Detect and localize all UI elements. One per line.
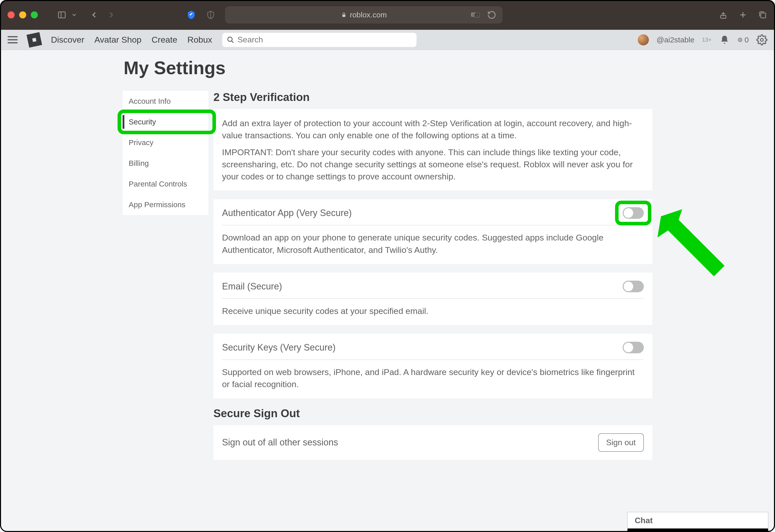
- settings-gear-icon[interactable]: [756, 34, 767, 45]
- close-window[interactable]: [8, 11, 15, 18]
- nav-avatar-shop[interactable]: Avatar Shop: [94, 35, 141, 45]
- reload-icon[interactable]: [487, 10, 497, 20]
- svg-marker-17: [657, 209, 725, 277]
- email-desc: Receive unique security codes at your sp…: [222, 305, 644, 317]
- svg-marker-14: [738, 38, 742, 42]
- signout-button[interactable]: Sign out: [598, 433, 644, 452]
- svg-rect-11: [761, 13, 766, 18]
- robux-count: 0: [744, 36, 749, 44]
- svg-rect-0: [59, 12, 65, 18]
- sidebar-item-label: Parental Controls: [129, 180, 187, 188]
- svg-marker-15: [739, 39, 741, 41]
- svg-rect-3: [342, 15, 345, 17]
- auth-app-desc: Download an app on your phone to generat…: [222, 231, 644, 256]
- sidebar-item-app-permissions[interactable]: App Permissions: [123, 194, 208, 215]
- keys-title: Security Keys (Very Secure): [222, 342, 335, 353]
- search-input[interactable]: [237, 35, 412, 44]
- svg-line-13: [231, 41, 234, 43]
- share-icon[interactable]: [719, 10, 728, 20]
- shield-outline-icon[interactable]: [206, 10, 215, 20]
- avatar[interactable]: [638, 34, 649, 45]
- sidebar-item-parental-controls[interactable]: Parental Controls: [123, 174, 208, 194]
- sidebar-item-label: App Permissions: [129, 200, 185, 209]
- sidebar-toggle-icon[interactable]: [57, 10, 67, 20]
- email-card: Email (Secure) Receive unique security c…: [213, 273, 652, 325]
- robux-balance[interactable]: 0: [738, 34, 749, 45]
- translate-icon[interactable]: Aあ: [469, 11, 482, 19]
- chevron-down-icon[interactable]: [71, 10, 77, 20]
- svg-point-12: [228, 37, 232, 41]
- maximize-window[interactable]: [31, 11, 38, 18]
- browser-chrome: roblox.com Aあ: [0, 0, 775, 30]
- email-title: Email (Secure): [222, 281, 282, 292]
- nav-robux[interactable]: Robux: [187, 35, 212, 45]
- annotation-highlight-toggle: [615, 201, 651, 225]
- sidebar-item-billing[interactable]: Billing: [123, 153, 208, 174]
- section-heading-signout: Secure Sign Out: [213, 407, 652, 420]
- sidebar-item-account-info[interactable]: Account Info: [123, 91, 208, 111]
- intro-text-2: IMPORTANT: Don't share your security cod…: [222, 146, 644, 183]
- auth-app-title: Authenticator App (Very Secure): [222, 208, 352, 218]
- window-controls: [8, 11, 38, 18]
- roblox-logo[interactable]: [26, 32, 42, 48]
- keys-toggle[interactable]: [623, 342, 644, 353]
- address-bar[interactable]: roblox.com Aあ: [225, 6, 503, 23]
- annotation-arrow: [657, 209, 728, 280]
- privacy-shield-icon[interactable]: [186, 10, 196, 20]
- url-text: roblox.com: [350, 11, 387, 19]
- sidebar-item-security[interactable]: Security: [123, 111, 208, 132]
- sidebar-item-label: Privacy: [129, 138, 153, 147]
- sidebar-item-label: Billing: [129, 159, 149, 167]
- notifications-icon[interactable]: [719, 34, 730, 45]
- chat-label: Chat: [635, 516, 653, 525]
- section-heading-2sv: 2 Step Verification: [213, 91, 652, 103]
- lock-icon: [341, 12, 347, 18]
- divider: [222, 225, 644, 225]
- intro-text-1: Add an extra layer of protection to your…: [222, 117, 644, 141]
- minimize-window[interactable]: [19, 11, 26, 18]
- page-title: My Settings: [123, 58, 652, 78]
- svg-point-16: [761, 38, 763, 41]
- svg-text:あ: あ: [476, 14, 479, 17]
- new-tab-icon[interactable]: [738, 10, 748, 20]
- tabs-icon[interactable]: [758, 10, 767, 20]
- age-badge: 13+: [702, 37, 711, 43]
- email-toggle[interactable]: [623, 281, 644, 292]
- sidebar-item-label: Account Info: [129, 97, 171, 105]
- intro-card: Add an extra layer of protection to your…: [213, 109, 652, 190]
- menu-button[interactable]: [8, 35, 18, 45]
- chat-bar[interactable]: Chat: [627, 512, 768, 532]
- search-box[interactable]: [222, 33, 417, 47]
- svg-text:A: A: [473, 13, 475, 17]
- nav-create[interactable]: Create: [152, 35, 177, 45]
- keys-desc: Supported on web browsers, iPhone, and i…: [222, 366, 644, 391]
- sidebar-item-privacy[interactable]: Privacy: [123, 132, 208, 153]
- search-icon: [227, 36, 234, 44]
- annotation-highlight-sidebar: [118, 109, 216, 134]
- signout-text: Sign out of all other sessions: [222, 437, 338, 448]
- back-button[interactable]: [89, 10, 99, 20]
- auth-app-card: Authenticator App (Very Secure) Download…: [213, 199, 652, 264]
- signout-card: Sign out of all other sessions Sign out: [213, 425, 652, 460]
- divider: [222, 298, 644, 299]
- forward-button[interactable]: [106, 10, 116, 20]
- username[interactable]: @ai2stable: [656, 36, 695, 44]
- settings-sidebar: Account Info Security Privacy Billing Pa…: [123, 91, 208, 215]
- nav-discover[interactable]: Discover: [51, 35, 84, 45]
- divider: [222, 359, 644, 360]
- keys-card: Security Keys (Very Secure) Supported on…: [213, 334, 652, 399]
- site-header: Discover Avatar Shop Create Robux @ai2st…: [0, 30, 775, 50]
